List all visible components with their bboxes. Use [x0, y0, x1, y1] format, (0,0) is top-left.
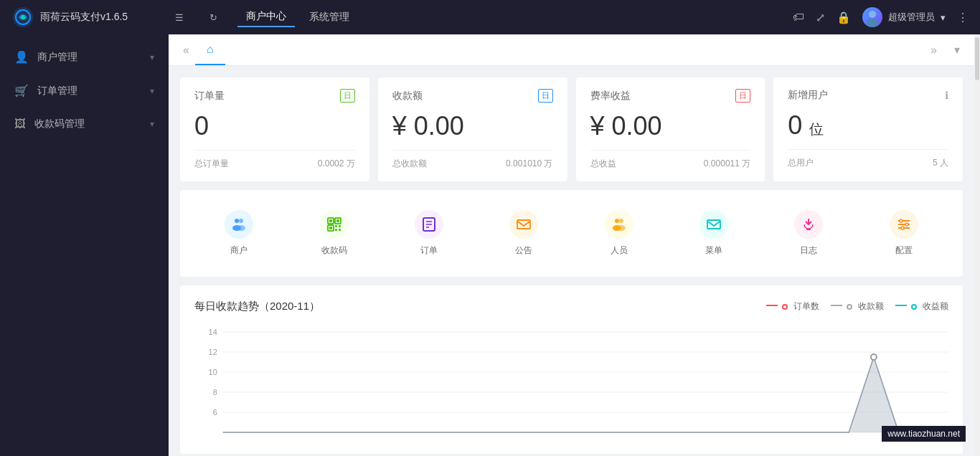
user-menu[interactable]: 超级管理员 ▾: [862, 7, 946, 27]
legend-label-orders: 订单数: [793, 300, 819, 313]
quick-access-grid: 商户 收款码 订单: [194, 204, 948, 262]
legend-profit: 收益额: [895, 300, 948, 313]
stat-value-revenue: ¥ 0.00: [392, 111, 553, 141]
chart-svg: 14 12 10 8 6: [194, 325, 948, 440]
notice-icon: [509, 210, 538, 239]
stat-badge-orders: 日: [340, 89, 355, 103]
svg-rect-16: [339, 225, 341, 227]
stat-badge-profit: 日: [735, 89, 750, 103]
stat-badge-revenue: 日: [538, 89, 553, 103]
lock-icon[interactable]: 🔒: [837, 11, 851, 24]
quick-item-menu[interactable]: 菜单: [669, 204, 758, 262]
main-layout: 👤 商户管理 ▾ 🛒 订单管理 ▾ 🖼 收款码管理 ▾ « ⌂: [0, 34, 980, 456]
user-name: 超级管理员: [888, 11, 935, 24]
tag-icon[interactable]: 🏷: [793, 11, 804, 24]
tab-next-btn[interactable]: »: [925, 40, 943, 60]
logo-area: 雨荷云码支付v1.6.5: [11, 6, 155, 29]
topbar-right: 🏷 ⤢ 🔒 超级管理员 ▾ ⋮: [793, 7, 969, 27]
quick-label-merchant: 商户: [230, 244, 248, 257]
logo-icon: [11, 6, 34, 29]
stat-footer-right-users: 5 人: [933, 157, 948, 169]
stat-footer-right-revenue: 0.001010 万: [506, 158, 552, 170]
nav-item-system[interactable]: 系统管理: [301, 8, 358, 27]
svg-point-33: [901, 227, 904, 229]
stat-footer-left-users: 总用户: [788, 157, 814, 169]
scrollbar-thumb: [975, 37, 979, 80]
svg-point-2: [21, 15, 25, 19]
stat-card-profit: 费率收益 日 ¥ 0.00 总收益 0.000011 万: [576, 77, 765, 181]
quick-label-qrcode: 收款码: [321, 244, 347, 257]
chart-header: 每日收款趋势（2020-11） 订单数 收款额: [194, 300, 948, 313]
watermark: www.tiaozhuan.net: [882, 426, 966, 442]
nav-item-merchant[interactable]: 商户中心: [237, 7, 295, 27]
svg-point-24: [619, 219, 623, 223]
expand-icon[interactable]: ⤢: [816, 11, 825, 24]
quick-item-notice[interactable]: 公告: [479, 204, 568, 262]
user-chevron-icon: ▾: [941, 12, 946, 23]
stat-footer-left-orders: 总订单量: [194, 158, 229, 170]
quick-item-log[interactable]: 日志: [764, 204, 853, 262]
qr-icon: 🖼: [14, 118, 26, 130]
chart-dot: [871, 354, 877, 360]
menu-toggle-btn[interactable]: ☰: [169, 9, 189, 26]
refresh-btn[interactable]: ↻: [204, 9, 223, 26]
chart-line: [223, 357, 948, 432]
stats-row: 订单量 日 0 总订单量 0.0002 万 收款额 日 ¥: [180, 77, 963, 181]
more-icon[interactable]: ⋮: [957, 11, 969, 24]
stat-footer-left-profit: 总收益: [590, 158, 616, 170]
topbar-nav: 商户中心 系统管理: [237, 7, 778, 27]
sidebar: 👤 商户管理 ▾ 🛒 订单管理 ▾ 🖼 收款码管理 ▾: [0, 34, 169, 456]
sidebar-label-orders: 订单管理: [37, 85, 77, 98]
quick-item-qrcode[interactable]: 收款码: [289, 204, 378, 262]
svg-point-31: [900, 219, 903, 222]
svg-rect-15: [335, 225, 337, 227]
chevron-down-icon-3: ▾: [150, 119, 154, 129]
svg-point-23: [615, 219, 619, 223]
quick-label-notice: 公告: [515, 244, 532, 257]
svg-point-4: [866, 19, 879, 27]
svg-point-8: [237, 225, 245, 231]
sidebar-label-merchant: 商户管理: [37, 51, 77, 64]
quick-item-config[interactable]: 配置: [859, 204, 948, 262]
legend-label-profit: 收益额: [923, 300, 948, 313]
stat-value-orders: 0: [194, 111, 355, 141]
quick-label-orders: 订单: [420, 244, 438, 257]
stat-footer-profit: 总收益 0.000011 万: [590, 150, 751, 170]
svg-text:14: 14: [209, 328, 217, 336]
svg-point-6: [239, 219, 243, 223]
svg-rect-12: [336, 219, 339, 222]
menu-icon: [699, 210, 728, 239]
svg-text:12: 12: [209, 348, 217, 356]
chart-fill: [223, 357, 948, 432]
user-icon: 👤: [14, 50, 29, 64]
stat-value-users: 0 位: [788, 110, 948, 141]
tab-dropdown-btn[interactable]: ▾: [948, 40, 966, 60]
stat-footer-users: 总用户 5 人: [788, 149, 948, 169]
svg-rect-27: [806, 229, 811, 230]
tab-home[interactable]: ⌂: [195, 34, 225, 65]
cart-icon: 🛒: [14, 84, 29, 98]
sidebar-item-merchant[interactable]: 👤 商户管理 ▾: [0, 40, 169, 74]
quick-item-merchant[interactable]: 商户: [194, 204, 283, 262]
chevron-down-icon-2: ▾: [150, 86, 154, 96]
stat-title-users: 新增用户: [788, 89, 828, 102]
staff-icon: [605, 210, 633, 239]
svg-text:10: 10: [209, 368, 217, 376]
scrollbar[interactable]: [974, 34, 980, 456]
sidebar-item-orders[interactable]: 🛒 订单管理 ▾: [0, 74, 169, 108]
quick-item-staff[interactable]: 人员: [575, 204, 664, 262]
stat-footer-left-revenue: 总收款额: [392, 158, 427, 170]
topbar: 雨荷云码支付v1.6.5 ☰ ↻ 商户中心 系统管理 🏷 ⤢ 🔒 超级管理员 ▾…: [0, 0, 980, 34]
tab-prev-btn[interactable]: «: [177, 41, 195, 60]
stat-title-revenue: 收款额: [392, 90, 423, 103]
qrcode-icon: [320, 210, 349, 239]
dashboard: 订单量 日 0 总订单量 0.0002 万 收款额 日 ¥: [169, 66, 974, 456]
chart-title: 每日收款趋势（2020-11）: [194, 300, 320, 313]
stat-footer-right-orders: 0.0002 万: [318, 158, 355, 170]
sidebar-label-qr: 收款码管理: [34, 118, 85, 130]
info-icon: ℹ: [945, 90, 948, 101]
sidebar-item-qr[interactable]: 🖼 收款码管理 ▾: [0, 108, 169, 141]
chart-area: 14 12 10 8 6: [194, 325, 948, 440]
stat-title-orders: 订单量: [194, 90, 225, 103]
quick-item-orders[interactable]: 订单: [385, 204, 473, 262]
